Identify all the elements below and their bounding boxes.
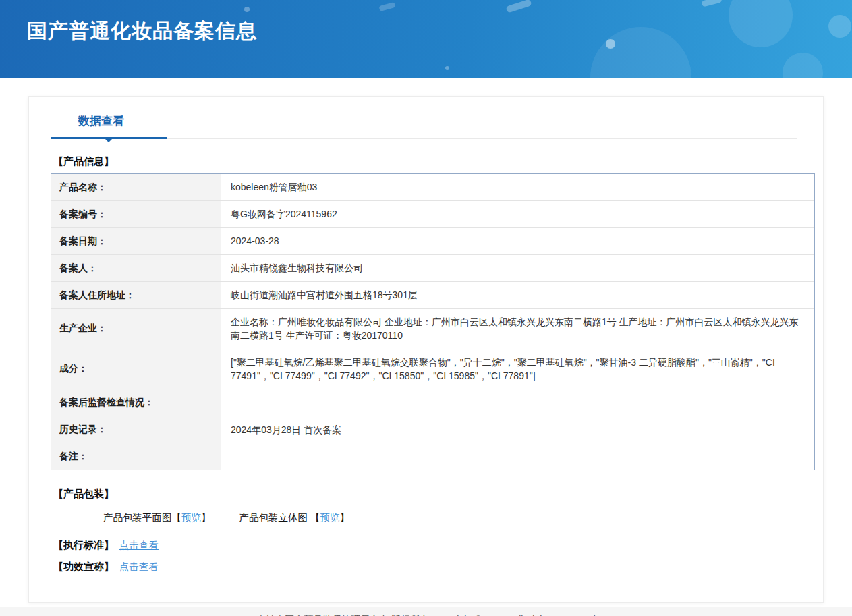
tab-data-view[interactable]: 数据查看 (78, 113, 124, 138)
row-value (221, 443, 814, 470)
table-row: 备案后监督检查情况： (51, 389, 814, 416)
decorative-pill (701, 0, 722, 7)
row-label: 产品名称： (51, 174, 221, 200)
view-efficacy-link[interactable]: 点击查看 (119, 561, 159, 572)
table-row: 备注： (51, 443, 814, 470)
section-title-efficacy: 【功效宣称】 (53, 561, 114, 572)
table-row: 备案人住所地址： 岐山街道潮汕路中宫村道外围五格18号301层 (51, 282, 814, 309)
tab-bar: 数据查看 (29, 97, 823, 139)
table-row: 备案日期： 2024-03-28 (51, 228, 814, 255)
decorative-circle (729, 0, 793, 47)
section-title-packaging: 【产品包装】 (53, 488, 823, 501)
page-footer: 本站由国家药品监督管理局主办 版权所有 Copyright © NMPA All… (0, 607, 852, 616)
bracket: 【 (310, 512, 320, 523)
bracket: 【 (172, 512, 182, 523)
section-title-standard: 【执行标准】 (53, 539, 114, 551)
row-label: 生产企业： (51, 309, 221, 349)
section-title-product-info: 【产品信息】 (53, 155, 823, 168)
tab-caret-icon (105, 139, 112, 142)
product-info-table: 产品名称： kobeleen粉管唇釉03 备案编号： 粤G妆网备字2024115… (51, 173, 815, 470)
table-row: 成分： ["聚二甲基硅氧烷/乙烯基聚二甲基硅氧烷交联聚合物"，"异十二烷"，"聚… (51, 349, 814, 390)
row-label: 成分： (51, 349, 221, 389)
decorative-circle (783, 53, 823, 78)
decorative-dot (244, 7, 250, 12)
decorative-pill (378, 2, 395, 11)
efficacy-line: 【功效宣称】点击查看 (53, 561, 823, 573)
row-value: 2024年03月28日 首次备案 (221, 416, 814, 443)
table-row: 生产企业： 企业名称：广州唯妆化妆品有限公司 企业地址：广州市白云区太和镇永兴龙… (51, 309, 814, 349)
packaging-stereo-label: 产品包装立体图 (239, 512, 308, 523)
row-label: 备案编号： (51, 201, 221, 227)
packaging-preview-line: 产品包装平面图【预览】产品包装立体图 【预览】 (103, 511, 823, 524)
decorative-circle (606, 39, 615, 49)
row-label: 备案人： (51, 255, 221, 281)
row-value: 企业名称：广州唯妆化妆品有限公司 企业地址：广州市白云区太和镇永兴龙兴东南二横路… (221, 309, 814, 349)
preview-link-flat[interactable]: 预览 (181, 512, 201, 523)
table-row: 产品名称： kobeleen粉管唇釉03 (51, 174, 814, 201)
table-row: 备案编号： 粤G妆网备字2024115962 (51, 201, 814, 228)
decorative-pill (505, 0, 532, 13)
row-value: 岐山街道潮汕路中宫村道外围五格18号301层 (221, 282, 814, 308)
row-label: 备案日期： (51, 228, 221, 254)
bracket: 】 (340, 512, 350, 523)
row-value: 粤G妆网备字2024115962 (221, 201, 814, 227)
view-standard-link[interactable]: 点击查看 (119, 540, 159, 551)
row-label: 备注： (51, 443, 221, 470)
row-label: 历史记录： (51, 416, 221, 443)
preview-link-stereo[interactable]: 预览 (320, 512, 340, 523)
packaging-flat-label: 产品包装平面图 (103, 512, 172, 523)
row-label: 备案人住所地址： (51, 282, 221, 308)
row-label: 备案后监督检查情况： (51, 389, 221, 416)
page-title: 国产普通化妆品备案信息 (27, 18, 257, 45)
tab-divider (51, 138, 797, 139)
decorative-circle (828, 15, 851, 38)
row-value: 汕头市精锐鑫生物科技有限公司 (221, 255, 814, 281)
standard-line: 【执行标准】点击查看 (53, 539, 823, 552)
decorative-circle (590, 27, 691, 78)
row-value: ["聚二甲基硅氧烷/乙烯基聚二甲基硅氧烷交联聚合物"，"异十二烷"，"聚二甲基硅… (221, 349, 814, 389)
page-header: 国产普通化妆品备案信息 (0, 0, 852, 78)
table-row: 历史记录： 2024年03月28日 首次备案 (51, 416, 814, 443)
bracket: 】 (201, 512, 211, 523)
row-value: 2024-03-28 (221, 228, 814, 254)
row-value (221, 389, 814, 416)
row-value: kobeleen粉管唇釉03 (221, 174, 814, 200)
table-row: 备案人： 汕头市精锐鑫生物科技有限公司 (51, 255, 814, 282)
content-card: 数据查看 【产品信息】 产品名称： kobeleen粉管唇釉03 备案编号： 粤… (28, 96, 824, 603)
decorative-dot (445, 66, 449, 70)
